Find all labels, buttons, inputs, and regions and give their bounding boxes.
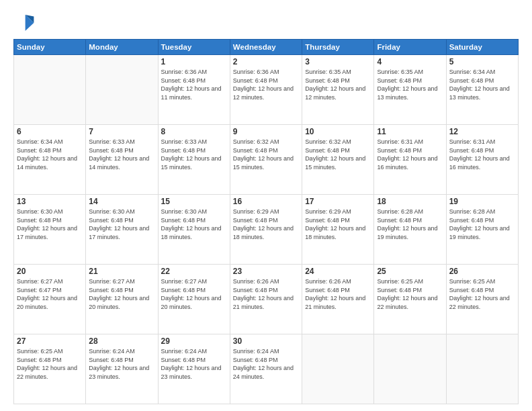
calendar-cell: 24Sunrise: 6:26 AM Sunset: 6:48 PM Dayli… (302, 265, 374, 334)
day-info: Sunrise: 6:24 AM Sunset: 6:48 PM Dayligh… (89, 347, 154, 381)
calendar-cell: 14Sunrise: 6:30 AM Sunset: 6:48 PM Dayli… (86, 195, 158, 265)
calendar-cell: 11Sunrise: 6:31 AM Sunset: 6:48 PM Dayli… (374, 125, 446, 195)
calendar-header-row: SundayMondayTuesdayWednesdayThursdayFrid… (14, 40, 519, 55)
day-info: Sunrise: 6:29 AM Sunset: 6:48 PM Dayligh… (305, 208, 371, 241)
weekday-header: Saturday (446, 40, 518, 55)
day-number: 20 (17, 267, 83, 276)
day-info: Sunrise: 6:33 AM Sunset: 6:48 PM Dayligh… (161, 138, 227, 171)
calendar-table: SundayMondayTuesdayWednesdayThursdayFrid… (13, 39, 519, 404)
calendar-cell: 21Sunrise: 6:27 AM Sunset: 6:48 PM Dayli… (86, 265, 158, 334)
day-number: 22 (161, 267, 227, 276)
day-number: 9 (233, 127, 299, 136)
weekday-header: Sunday (14, 40, 86, 55)
day-info: Sunrise: 6:29 AM Sunset: 6:48 PM Dayligh… (233, 208, 299, 241)
day-info: Sunrise: 6:26 AM Sunset: 6:48 PM Dayligh… (305, 277, 371, 311)
day-number: 1 (161, 57, 227, 66)
day-number: 5 (449, 57, 515, 66)
weekday-header: Monday (86, 40, 158, 55)
calendar-cell: 30Sunrise: 6:24 AM Sunset: 6:48 PM Dayli… (230, 334, 302, 404)
weekday-header: Friday (374, 40, 446, 55)
calendar-cell: 23Sunrise: 6:26 AM Sunset: 6:48 PM Dayli… (230, 265, 302, 334)
day-info: Sunrise: 6:30 AM Sunset: 6:48 PM Dayligh… (161, 208, 227, 241)
day-info: Sunrise: 6:32 AM Sunset: 6:48 PM Dayligh… (233, 138, 299, 171)
calendar-week-row: 13Sunrise: 6:30 AM Sunset: 6:48 PM Dayli… (14, 195, 519, 265)
day-info: Sunrise: 6:33 AM Sunset: 6:48 PM Dayligh… (89, 138, 154, 171)
calendar-cell: 2Sunrise: 6:36 AM Sunset: 6:48 PM Daylig… (230, 55, 302, 125)
day-number: 24 (305, 267, 371, 276)
logo-icon (13, 12, 35, 34)
day-number: 26 (449, 267, 515, 276)
day-info: Sunrise: 6:35 AM Sunset: 6:48 PM Dayligh… (377, 68, 443, 101)
calendar-cell: 9Sunrise: 6:32 AM Sunset: 6:48 PM Daylig… (230, 125, 302, 195)
calendar-cell: 8Sunrise: 6:33 AM Sunset: 6:48 PM Daylig… (158, 125, 230, 195)
day-number: 13 (17, 197, 83, 206)
day-info: Sunrise: 6:25 AM Sunset: 6:48 PM Dayligh… (17, 347, 83, 381)
day-info: Sunrise: 6:34 AM Sunset: 6:48 PM Dayligh… (449, 68, 515, 101)
day-number: 27 (17, 336, 83, 346)
calendar-cell (446, 334, 518, 404)
day-info: Sunrise: 6:25 AM Sunset: 6:48 PM Dayligh… (449, 277, 515, 311)
calendar-cell (86, 55, 158, 125)
day-number: 14 (89, 197, 154, 206)
day-info: Sunrise: 6:25 AM Sunset: 6:48 PM Dayligh… (377, 277, 443, 311)
day-info: Sunrise: 6:31 AM Sunset: 6:48 PM Dayligh… (449, 138, 515, 171)
calendar-cell: 7Sunrise: 6:33 AM Sunset: 6:48 PM Daylig… (86, 125, 158, 195)
day-number: 7 (89, 127, 154, 136)
day-info: Sunrise: 6:24 AM Sunset: 6:48 PM Dayligh… (161, 347, 227, 381)
calendar-week-row: 6Sunrise: 6:34 AM Sunset: 6:48 PM Daylig… (14, 125, 519, 195)
day-number: 12 (449, 127, 515, 136)
calendar-cell: 18Sunrise: 6:28 AM Sunset: 6:48 PM Dayli… (374, 195, 446, 265)
day-number: 30 (233, 336, 299, 346)
day-info: Sunrise: 6:36 AM Sunset: 6:48 PM Dayligh… (161, 68, 227, 101)
day-number: 19 (449, 197, 515, 206)
calendar-cell: 13Sunrise: 6:30 AM Sunset: 6:48 PM Dayli… (14, 195, 86, 265)
calendar-cell (302, 334, 374, 404)
calendar-cell: 22Sunrise: 6:27 AM Sunset: 6:48 PM Dayli… (158, 265, 230, 334)
weekday-header: Thursday (302, 40, 374, 55)
header (13, 12, 519, 34)
calendar-cell: 27Sunrise: 6:25 AM Sunset: 6:48 PM Dayli… (14, 334, 86, 404)
day-number: 10 (305, 127, 371, 136)
day-number: 29 (161, 336, 227, 346)
day-number: 6 (17, 127, 83, 136)
calendar-cell: 5Sunrise: 6:34 AM Sunset: 6:48 PM Daylig… (446, 55, 518, 125)
day-number: 16 (233, 197, 299, 206)
calendar-cell (374, 334, 446, 404)
calendar-cell: 10Sunrise: 6:32 AM Sunset: 6:48 PM Dayli… (302, 125, 374, 195)
calendar-week-row: 1Sunrise: 6:36 AM Sunset: 6:48 PM Daylig… (14, 55, 519, 125)
calendar-cell: 15Sunrise: 6:30 AM Sunset: 6:48 PM Dayli… (158, 195, 230, 265)
day-number: 23 (233, 267, 299, 276)
logo (13, 12, 38, 34)
day-info: Sunrise: 6:28 AM Sunset: 6:48 PM Dayligh… (377, 208, 443, 241)
day-info: Sunrise: 6:31 AM Sunset: 6:48 PM Dayligh… (377, 138, 443, 171)
calendar-cell: 26Sunrise: 6:25 AM Sunset: 6:48 PM Dayli… (446, 265, 518, 334)
day-info: Sunrise: 6:36 AM Sunset: 6:48 PM Dayligh… (233, 68, 299, 101)
calendar-cell: 3Sunrise: 6:35 AM Sunset: 6:48 PM Daylig… (302, 55, 374, 125)
day-number: 28 (89, 336, 154, 346)
calendar-cell: 1Sunrise: 6:36 AM Sunset: 6:48 PM Daylig… (158, 55, 230, 125)
calendar-cell: 12Sunrise: 6:31 AM Sunset: 6:48 PM Dayli… (446, 125, 518, 195)
day-info: Sunrise: 6:30 AM Sunset: 6:48 PM Dayligh… (17, 208, 83, 241)
calendar-cell: 16Sunrise: 6:29 AM Sunset: 6:48 PM Dayli… (230, 195, 302, 265)
day-number: 3 (305, 57, 371, 66)
calendar-cell (14, 55, 86, 125)
calendar-week-row: 20Sunrise: 6:27 AM Sunset: 6:47 PM Dayli… (14, 265, 519, 334)
day-number: 2 (233, 57, 299, 66)
day-number: 15 (161, 197, 227, 206)
day-info: Sunrise: 6:34 AM Sunset: 6:48 PM Dayligh… (17, 138, 83, 171)
day-info: Sunrise: 6:26 AM Sunset: 6:48 PM Dayligh… (233, 277, 299, 311)
day-info: Sunrise: 6:27 AM Sunset: 6:48 PM Dayligh… (89, 277, 154, 311)
calendar-cell: 4Sunrise: 6:35 AM Sunset: 6:48 PM Daylig… (374, 55, 446, 125)
day-number: 11 (377, 127, 443, 136)
day-number: 4 (377, 57, 443, 66)
calendar-cell: 29Sunrise: 6:24 AM Sunset: 6:48 PM Dayli… (158, 334, 230, 404)
day-number: 8 (161, 127, 227, 136)
calendar-cell: 25Sunrise: 6:25 AM Sunset: 6:48 PM Dayli… (374, 265, 446, 334)
day-info: Sunrise: 6:27 AM Sunset: 6:47 PM Dayligh… (17, 277, 83, 311)
day-number: 17 (305, 197, 371, 206)
calendar-cell: 6Sunrise: 6:34 AM Sunset: 6:48 PM Daylig… (14, 125, 86, 195)
day-info: Sunrise: 6:35 AM Sunset: 6:48 PM Dayligh… (305, 68, 371, 101)
day-info: Sunrise: 6:32 AM Sunset: 6:48 PM Dayligh… (305, 138, 371, 171)
day-number: 25 (377, 267, 443, 276)
day-number: 21 (89, 267, 154, 276)
